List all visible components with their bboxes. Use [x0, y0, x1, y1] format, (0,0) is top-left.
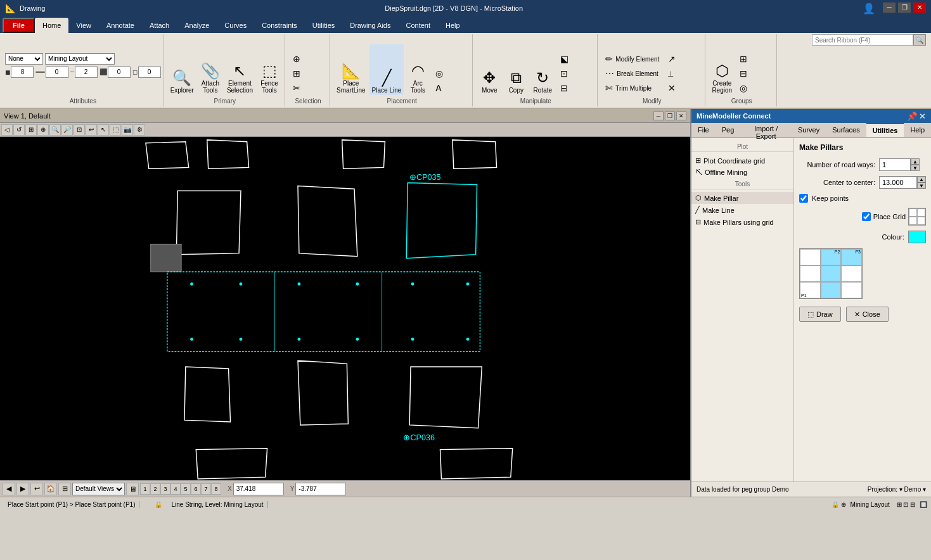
tb-center[interactable]: ⊕ — [37, 124, 49, 136]
tb-settings[interactable]: ⚙ — [134, 124, 145, 136]
place-grid-checkbox[interactable] — [862, 212, 871, 221]
tb-rotate[interactable]: ↩ — [86, 124, 97, 136]
tab-annotate[interactable]: Annotate — [99, 18, 142, 33]
mod-extra-3[interactable]: ✕ — [664, 81, 702, 95]
nav-view-icon[interactable]: 🖥 — [126, 483, 139, 495]
create-region-button[interactable]: ⬡ CreateRegion — [709, 44, 735, 95]
tab-drawing-aids[interactable]: Drawing Aids — [342, 18, 398, 33]
weight-input[interactable] — [46, 67, 68, 78]
grp-extra-3[interactable]: ◎ — [736, 81, 774, 95]
mm-pin[interactable]: 📌 — [907, 111, 918, 121]
tab-constraints[interactable]: Constraints — [254, 18, 305, 33]
select-btn-2[interactable]: ⊞ — [289, 67, 327, 80]
modify-element-button[interactable]: ✏ Modify Element — [601, 52, 663, 66]
x-input[interactable]: 37.418 — [233, 483, 284, 495]
tab-curves[interactable]: Curves — [217, 18, 254, 33]
page-5[interactable]: 5 — [181, 483, 191, 495]
break-element-button[interactable]: ⋯ Break Element — [601, 67, 663, 80]
active-style-select[interactable]: None — [5, 53, 43, 65]
grp-extra-1[interactable]: ⊞ — [736, 52, 774, 66]
page-7[interactable]: 7 — [201, 483, 211, 495]
manip-extra-1[interactable]: ⬕ — [556, 52, 594, 66]
nav-undo[interactable]: ↩ — [30, 483, 43, 495]
tb-select[interactable]: ↖ — [98, 124, 109, 136]
make-line-item[interactable]: ╱ Make Line — [691, 204, 793, 216]
tab-attach[interactable]: Attach — [142, 18, 177, 33]
y-input[interactable]: -3.787 — [295, 483, 346, 495]
tb-zoom-out[interactable]: 🔎 — [61, 124, 73, 136]
attach-tools-button[interactable]: 📎 AttachTools — [198, 44, 223, 95]
nav-forward[interactable]: ▶ — [16, 483, 29, 495]
view-minimize[interactable]: ─ — [653, 111, 664, 120]
nav-back[interactable]: ◀ — [3, 483, 15, 495]
color-input[interactable] — [108, 67, 131, 78]
search-input[interactable] — [812, 34, 913, 46]
page-3[interactable]: 3 — [160, 483, 170, 495]
tab-utilities[interactable]: Utilities — [305, 18, 342, 33]
level-input[interactable] — [11, 67, 34, 78]
tab-content[interactable]: Content — [398, 18, 438, 33]
mm-tab-import-export[interactable]: Import / Export — [740, 123, 792, 137]
mm-tab-utilities[interactable]: Utilities — [866, 123, 904, 137]
fill-input[interactable] — [138, 67, 161, 78]
page-1[interactable]: 1 — [140, 483, 150, 495]
ctc-down[interactable]: ▼ — [917, 182, 926, 189]
close-button[interactable]: ✕ — [913, 3, 926, 13]
mod-extra-2[interactable]: ⟂ — [664, 67, 702, 80]
manip-extra-3[interactable]: ⊟ — [556, 81, 594, 95]
make-pillar-item[interactable]: ⬡ Make Pillar — [691, 192, 793, 204]
mm-tab-help[interactable]: Help — [904, 123, 931, 137]
tb-grid[interactable]: ⊞ — [25, 124, 37, 136]
road-ways-input[interactable] — [879, 158, 911, 171]
mm-tab-file[interactable]: File — [691, 123, 716, 137]
page-2[interactable]: 2 — [150, 483, 160, 495]
offline-mining[interactable]: ⛏ Offline Mining — [691, 167, 793, 178]
colour-swatch[interactable] — [908, 231, 926, 243]
manip-extra-2[interactable]: ⊡ — [556, 67, 594, 80]
element-selection-button[interactable]: ↖ ElementSelection — [224, 44, 255, 95]
ctc-up[interactable]: ▲ — [917, 176, 926, 182]
fence-tools-button[interactable]: ⬚ FenceTools — [257, 44, 282, 95]
move-button[interactable]: ✥ Move — [477, 44, 502, 95]
mm-tab-survey[interactable]: Survey — [792, 123, 826, 137]
tb-refresh[interactable]: ↺ — [13, 124, 25, 136]
copy-button[interactable]: ⧉ Copy — [503, 44, 529, 95]
plot-coordinate-grid[interactable]: ⊞ Plot Coordinate grid — [691, 155, 793, 167]
grp-extra-2[interactable]: ⊟ — [736, 67, 774, 80]
draw-button[interactable]: ⬚ Draw — [799, 307, 841, 322]
place-line-button[interactable]: ╱ Place Line — [369, 44, 404, 95]
nav-home[interactable]: 🏠 — [44, 483, 57, 495]
tab-home[interactable]: Home — [35, 18, 68, 33]
select-btn-3[interactable]: ✂ — [289, 81, 327, 95]
road-ways-up[interactable]: ▲ — [911, 158, 920, 165]
minimize-button[interactable]: ─ — [883, 3, 896, 13]
style-input[interactable] — [75, 67, 98, 78]
tb-camera[interactable]: 📷 — [122, 124, 133, 136]
tb-arrow-left[interactable]: ◁ — [1, 124, 13, 136]
close-button[interactable]: ✕ Close — [846, 307, 889, 322]
keep-points-checkbox[interactable] — [799, 194, 808, 203]
tb-zoom-in[interactable]: 🔍 — [49, 124, 61, 136]
search-button[interactable]: 🔍 — [913, 34, 926, 46]
nav-views-icon[interactable]: ⊞ — [58, 483, 71, 495]
tab-help[interactable]: Help — [438, 18, 468, 33]
view-restore[interactable]: ❒ — [665, 111, 675, 120]
page-6[interactable]: 6 — [191, 483, 201, 495]
page-8[interactable]: 8 — [211, 483, 221, 495]
default-views-select[interactable]: Default Views — [72, 483, 125, 495]
view-close[interactable]: ✕ — [676, 111, 686, 120]
page-4[interactable]: 4 — [170, 483, 181, 495]
tab-analyze[interactable]: Analyze — [177, 18, 217, 33]
mm-tab-surfaces[interactable]: Surfaces — [826, 123, 866, 137]
trim-multiple-button[interactable]: ✄ Trim Multiple — [601, 81, 663, 95]
tb-fence[interactable]: ⬚ — [110, 124, 121, 136]
restore-button[interactable]: ❒ — [898, 3, 911, 13]
mm-close[interactable]: ✕ — [919, 111, 926, 121]
make-pillars-grid-item[interactable]: ⊟ Make Pillars using grid — [691, 216, 793, 228]
tb-fit[interactable]: ⊡ — [74, 124, 85, 136]
mm-tab-peg[interactable]: Peg — [716, 123, 741, 137]
arc-tools-button[interactable]: ◠ ArcTools — [405, 44, 430, 95]
select-btn-1[interactable]: ⊕ — [289, 52, 327, 66]
place-smartline-button[interactable]: 📐 PlaceSmartLine — [334, 44, 368, 95]
tab-view[interactable]: View — [68, 18, 99, 33]
